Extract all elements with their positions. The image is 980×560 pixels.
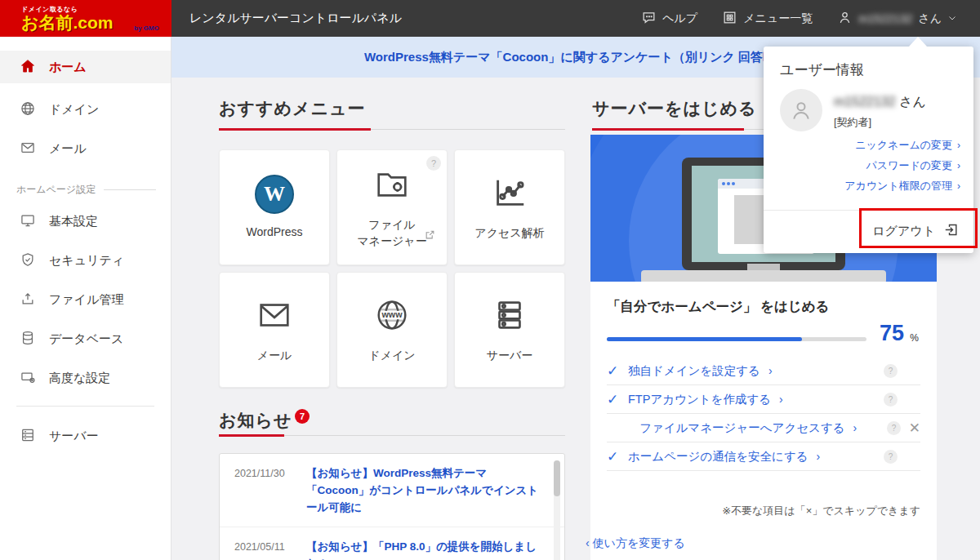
server-icon (20, 427, 36, 446)
tile-file-manager[interactable]: ? ファイル マネージャー (336, 149, 448, 265)
sidebar-item-security[interactable]: セキュリティ (0, 244, 171, 277)
link-label: アカウント権限の管理 (844, 180, 952, 192)
sidebar-section-label: ホームページ設定 (16, 183, 96, 197)
tile-mail[interactable]: メール (219, 272, 330, 388)
mail-icon (256, 296, 293, 337)
topbar-username: m1522132 (858, 12, 912, 25)
tile-label: アクセス解析 (474, 224, 544, 241)
person-icon (837, 10, 853, 28)
sidebar-item-label: サーバー (49, 429, 99, 444)
dropdown-title: ユーザー情報 (780, 60, 864, 79)
tile-label: メール (257, 347, 292, 363)
news-date: 2021/05/11 (234, 539, 296, 560)
menu-list-label: メニュー一覧 (743, 11, 813, 26)
user-menu-button[interactable]: m1522132 さん (837, 10, 957, 28)
topbar: ドメイン取るなら お名前.com by GMO レンタルサーバーコントロールパネ… (0, 0, 980, 37)
chevron-right-icon: › (779, 393, 783, 406)
sidebar-item-label: メール (49, 141, 87, 157)
dropdown-caret (909, 37, 927, 47)
help-chat-icon (641, 10, 657, 28)
topbar-username-suffix: さん (918, 11, 942, 26)
folder-gear-icon (373, 166, 411, 207)
recommended-tiles: W WordPress ? ファイル マネージャー アクセス解析 メール (219, 149, 565, 388)
news-link[interactable]: 【お知らせ】「PHP 8.0」の提供を開始しました！ (306, 539, 543, 560)
skip-note: ※不要な項目は「×」でスキップできます (722, 504, 920, 518)
change-password-link[interactable]: パスワードの変更› (866, 158, 960, 173)
news-heading-text: お知らせ (219, 409, 292, 432)
account-permission-link[interactable]: アカウント権限の管理› (844, 179, 960, 193)
mail-icon (20, 140, 36, 158)
card-title: 「自分でホームページ」 をはじめる (607, 298, 829, 316)
database-icon (20, 330, 36, 349)
setup-checklist: ✓ 独自ドメインを設定する › ? ✓ FTPアカウントを作成する › ? ファ… (607, 357, 920, 471)
sidebar-item-file-management[interactable]: ファイル管理 (0, 283, 171, 316)
change-usage-link[interactable]: ‹ 使い方を変更する (586, 536, 685, 551)
dropdown-divider (764, 210, 973, 211)
sidebar-item-domain[interactable]: ドメイン (0, 93, 171, 126)
change-nickname-link[interactable]: ニックネームの変更› (855, 138, 960, 153)
news-item[interactable]: 2021/11/30 【お知らせ】WordPress無料テーマ「Cocoon」が… (220, 454, 564, 527)
chart-icon (491, 174, 528, 215)
sidebar-item-basic-settings[interactable]: 基本設定 (0, 205, 171, 238)
chevron-right-icon: › (853, 421, 858, 434)
help-badge-icon[interactable]: ? (426, 156, 441, 171)
checklist-link[interactable]: ホームページの通信を安全にする (628, 449, 808, 464)
tile-label: WordPress (247, 224, 303, 240)
recommended-menu-section: おすすめメニュー W WordPress ? ファイル マネージャー アクセス (219, 97, 565, 130)
check-icon: ✓ (607, 362, 628, 380)
sidebar-item-advanced-settings[interactable]: 高度な設定 (0, 362, 171, 394)
sidebar-item-mail[interactable]: メール (0, 132, 171, 165)
chevron-right-icon: › (957, 180, 960, 192)
logout-button[interactable]: ログアウト (872, 222, 959, 240)
tile-wordpress[interactable]: W WordPress (219, 149, 330, 265)
news-item[interactable]: 2021/05/11 【お知らせ】「PHP 8.0」の提供を開始しました！ (220, 527, 564, 560)
checklist-link[interactable]: ファイルマネージャーへアクセスする (639, 420, 845, 436)
menu-list-button[interactable]: メニュー一覧 (722, 10, 813, 28)
news-list: 2021/11/30 【お知らせ】WordPress無料テーマ「Cocoon」が… (219, 453, 565, 560)
help-button[interactable]: ヘルプ (641, 10, 697, 28)
sidebar-section-homepage-settings: ホームページ設定 (0, 171, 171, 205)
progress-fill (607, 337, 802, 341)
checklist-row-domain: ✓ 独自ドメインを設定する › ? (607, 357, 920, 385)
sidebar-item-database[interactable]: データベース (0, 322, 171, 355)
checklist-link[interactable]: 独自ドメインを設定する (628, 363, 760, 379)
sidebar: ホーム ドメイン メール ホームページ設定 基本設定 セキュリティ ファイル管理 (0, 37, 172, 560)
tile-access-analytics[interactable]: アクセス解析 (454, 149, 565, 265)
recommended-heading: おすすめメニュー (219, 97, 565, 130)
checklist-link[interactable]: FTPアカウントを作成する (628, 392, 771, 407)
sidebar-item-label: ドメイン (49, 102, 99, 118)
check-icon: ✓ (607, 448, 628, 465)
sidebar-item-home[interactable]: ホーム (0, 51, 171, 83)
progress-unit: % (910, 332, 919, 344)
svg-text:www: www (381, 309, 403, 319)
progress-value: 75 (880, 321, 904, 346)
help-badge-icon[interactable]: ? (887, 421, 901, 435)
logout-label: ログアウト (872, 224, 935, 239)
onamae-logo[interactable]: ドメイン取るなら お名前.com by GMO (0, 0, 172, 37)
help-label: ヘルプ (662, 11, 697, 26)
tile-label: サーバー (487, 347, 533, 363)
tile-server[interactable]: サーバー (454, 272, 565, 388)
logo-suffix: by GMO (134, 24, 172, 32)
help-badge-icon[interactable]: ? (884, 450, 898, 464)
laptop-base (641, 270, 886, 282)
news-date: 2021/11/30 (234, 465, 296, 517)
monitor-icon (20, 212, 36, 231)
sidebar-item-label: ファイル管理 (49, 292, 123, 308)
tile-domain[interactable]: www ドメイン (336, 272, 448, 388)
help-badge-icon[interactable]: ? (884, 393, 898, 407)
news-scrollbar-thumb[interactable] (554, 460, 560, 496)
page-title: レンタルサーバーコントロールパネル (189, 11, 402, 26)
chevron-right-icon: › (817, 450, 821, 463)
contract-role-label: [契約者] (834, 115, 871, 130)
sidebar-divider (16, 406, 154, 407)
chevron-right-icon: › (957, 160, 960, 171)
news-scrollbar[interactable] (554, 460, 560, 560)
banner-link[interactable]: WordPress無料テーマ「Cocoon」に関するアンケート（別リンク 回答時… (364, 50, 787, 65)
upload-box-icon (20, 291, 36, 309)
recommended-heading-text: おすすめメニュー (219, 99, 365, 118)
sidebar-item-server[interactable]: サーバー (0, 420, 171, 452)
news-link[interactable]: 【お知らせ】WordPress無料テーマ「Cocoon」がコントロールパネルでイ… (306, 465, 543, 517)
close-icon[interactable]: ✕ (909, 420, 920, 437)
help-badge-icon[interactable]: ? (884, 364, 898, 378)
